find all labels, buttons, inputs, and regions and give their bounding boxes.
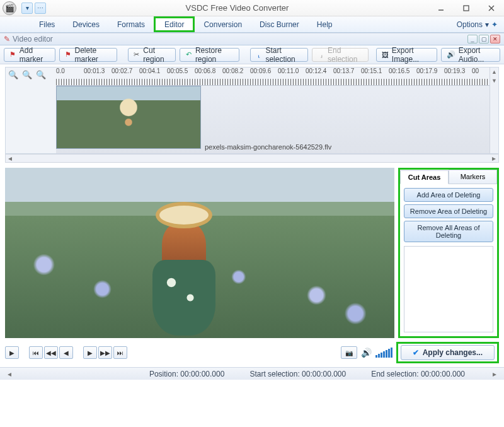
video-preview[interactable] — [5, 168, 394, 338]
sub-restore[interactable]: ▢ — [479, 35, 489, 44]
apply-label: Apply changes... — [423, 348, 483, 357]
volume-bars[interactable] — [375, 348, 392, 358]
scroll-left-icon[interactable]: ◂ — [6, 155, 14, 162]
tab-files[interactable]: Files — [30, 16, 64, 32]
qat-dropdown[interactable]: ▾ — [21, 3, 33, 14]
app-logo: 🎬 — [3, 1, 16, 15]
cut-region-button[interactable]: ✂Cut region — [128, 48, 176, 62]
status-right-arrow[interactable]: ▸ — [490, 370, 499, 378]
ruler-tick: 00:06.8 — [195, 67, 215, 74]
tab-help[interactable]: Help — [308, 16, 341, 32]
audio-icon: 🔊 — [447, 50, 455, 59]
check-icon: ✔ — [413, 348, 419, 357]
status-position: Position: 00:00:00.000 — [149, 370, 224, 378]
add-marker-button[interactable]: ⚑Add marker — [4, 48, 55, 62]
status-end-selection: End selection: 00:00:00.000 — [371, 370, 465, 378]
scroll-up-icon[interactable]: ▲ — [490, 67, 498, 76]
step-back-button[interactable]: ◀◀ — [44, 346, 58, 359]
add-marker-label: Add marker — [20, 46, 50, 64]
timeline-clip[interactable] — [56, 86, 201, 149]
ruler-tick: 00:15.1 — [361, 67, 382, 74]
clip-filename: pexels-maksim-goncharenok-5642529.flv — [205, 143, 331, 151]
start-selection-button[interactable]: ⸤Start selection — [250, 48, 309, 62]
flag-icon: ⚑ — [9, 50, 16, 59]
flag-x-icon: ⚑ — [65, 50, 72, 59]
timeline-hscroll[interactable]: ◂ ▸ — [5, 154, 499, 163]
goto-start-button[interactable]: ⏮ — [29, 346, 43, 359]
svg-rect-1 — [464, 6, 469, 11]
frame-fwd-button[interactable]: ▶ — [83, 346, 97, 359]
ruler-tick: 0.0 — [56, 67, 65, 74]
timeline-ruler[interactable]: 0.000:01.300:02.700:04.100:05.500:06.800… — [56, 67, 490, 85]
status-bar: ◂ Position: 00:00:00.000 Start selection… — [0, 367, 504, 380]
frame-back-button[interactable]: ◀ — [59, 346, 73, 359]
image-icon: 🖼 — [382, 50, 389, 59]
end-selection-label: End selection — [328, 46, 363, 64]
timeline: 🔍 🔍 🔍 0.000:01.300:02.700:04.100:05.500:… — [5, 67, 499, 154]
tab-devices[interactable]: Devices — [64, 16, 108, 32]
main-row: Cut Areas Markers Add Area of Deleting R… — [0, 164, 504, 338]
zoom-in-icon[interactable]: 🔍 — [8, 70, 18, 80]
zoom-out-icon[interactable]: 🔍 — [22, 70, 32, 80]
apply-changes-button[interactable]: ✔ Apply changes... — [401, 345, 495, 360]
play-button[interactable]: ▶ — [5, 346, 19, 359]
ruler-tick: 00 — [472, 67, 479, 74]
status-left-arrow[interactable]: ◂ — [5, 370, 14, 378]
maximize-button[interactable] — [454, 1, 479, 16]
timeline-track[interactable]: pexels-maksim-goncharenok-5642529.flv — [56, 85, 490, 153]
close-button[interactable] — [479, 1, 504, 16]
ruler-tick: 00:19.3 — [444, 67, 465, 74]
zoom-fit-icon[interactable]: 🔍 — [36, 70, 46, 80]
speaker-icon[interactable]: 🔊 — [361, 348, 372, 358]
ruler-tick: 00:11.0 — [278, 67, 299, 74]
scroll-down-icon[interactable]: ▼ — [490, 76, 498, 85]
delete-marker-button[interactable]: ⚑Delete marker — [59, 48, 117, 62]
remove-all-areas-button[interactable]: Remove All Areas of Deleting — [404, 221, 493, 242]
tab-cut-areas[interactable]: Cut Areas — [400, 170, 449, 184]
scroll-right-icon[interactable]: ▸ — [490, 155, 498, 162]
export-image-label: Export Image... — [392, 46, 432, 64]
cut-region-label: Cut region — [143, 46, 170, 64]
qat-more[interactable]: ⋯ — [35, 3, 46, 14]
remove-area-button[interactable]: Remove Area of Deleting — [404, 204, 493, 218]
cut-areas-list[interactable] — [404, 246, 493, 332]
chevron-down-icon: ▾ — [485, 20, 489, 29]
tab-disc-burner[interactable]: Disc Burner — [251, 16, 308, 32]
cut-areas-panel: Cut Areas Markers Add Area of Deleting R… — [398, 168, 499, 338]
restore-region-button[interactable]: ↶Restore region — [180, 48, 239, 62]
sub-minimize[interactable]: _ — [467, 35, 478, 44]
editor-subwindow-title: Video editor — [13, 35, 53, 44]
ruler-tick: 00:05.5 — [167, 67, 188, 74]
window-controls — [428, 1, 504, 16]
add-area-button[interactable]: Add Area of Deleting — [404, 188, 493, 202]
snapshot-button[interactable]: 📷 — [341, 346, 357, 359]
delete-marker-label: Delete marker — [75, 46, 112, 64]
editor-toolbar: ⚑Add marker ⚑Delete marker ✂Cut region ↶… — [0, 45, 504, 64]
options-label: Options — [457, 20, 483, 29]
goto-end-button[interactable]: ⏭ — [113, 346, 127, 359]
tab-conversion[interactable]: Conversion — [195, 16, 251, 32]
ruler-tick: 00:17.9 — [416, 67, 437, 74]
zoom-controls: 🔍 🔍 🔍 — [8, 70, 46, 80]
restore-region-label: Restore region — [195, 46, 234, 64]
sub-close[interactable]: ✕ — [490, 35, 500, 44]
gear-icon: ✦ — [491, 20, 498, 29]
start-selection-label: Start selection — [265, 46, 302, 64]
export-audio-button[interactable]: 🔊Export Audio... — [441, 48, 500, 62]
tab-markers[interactable]: Markers — [449, 170, 497, 184]
apply-highlight: ✔ Apply changes... — [396, 342, 499, 363]
player-controls: ▶ ⏮ ◀◀ ◀ ▶ ▶▶ ⏭ 📷 🔊 ✔ Apply changes... — [0, 338, 504, 367]
ruler-tick: 00:01.3 — [84, 67, 105, 74]
tab-formats[interactable]: Formats — [108, 16, 154, 32]
minimize-button[interactable] — [428, 1, 454, 16]
step-fwd-button[interactable]: ▶▶ — [98, 346, 112, 359]
editor-icon: ✎ — [4, 35, 10, 44]
ruler-tick: 00:09.6 — [250, 67, 271, 74]
export-image-button[interactable]: 🖼Export Image... — [376, 48, 437, 62]
timeline-vscroll[interactable]: ▲ ▼ — [490, 67, 498, 153]
bracket-left-icon: ⸤ — [256, 50, 263, 59]
end-selection-button: ⸥End selection — [312, 48, 369, 62]
status-start-selection: Start selection: 00:00:00.000 — [249, 370, 346, 378]
tab-editor[interactable]: Editor — [154, 16, 195, 32]
options-menu[interactable]: Options ▾ ✦ — [457, 16, 504, 32]
